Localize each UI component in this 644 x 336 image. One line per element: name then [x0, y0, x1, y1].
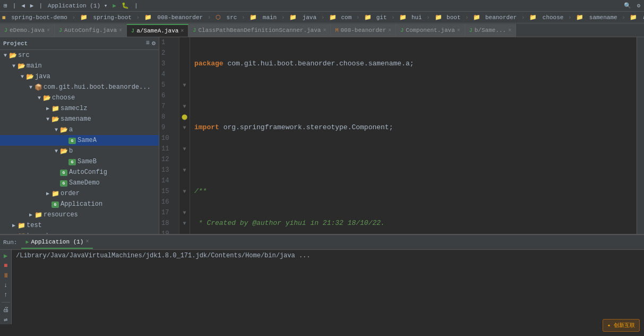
gutter-7[interactable]: ▼: [179, 101, 190, 112]
ln10: 10: [161, 133, 169, 144]
run-body: ▶ ■ ⏸ ↓ ↑ 🖨 ⇌ /Library/Java/JavaVirtualM…: [0, 250, 644, 324]
print-btn[interactable]: 🖨: [2, 306, 10, 314]
gutter-5[interactable]: ▼: [179, 80, 190, 90]
toolbar-run[interactable]: ▶: [111, 2, 118, 10]
tree-order-label: order: [61, 190, 80, 197]
tree-order[interactable]: ▶ 📁 order: [0, 188, 159, 199]
tab-edemo-close[interactable]: ×: [47, 28, 50, 33]
bc-sep-12: ›: [619, 14, 629, 21]
tree-folder-b[interactable]: ▼ 📂 b: [0, 146, 159, 156]
tab-samea-close[interactable]: ×: [181, 28, 184, 34]
run-btn[interactable]: ▶: [2, 252, 10, 260]
code-editor[interactable]: 1 2 3 4 5 6 7: [159, 37, 637, 234]
fold-13-arrow: ▼: [183, 167, 186, 173]
gutter-9[interactable]: ▼: [179, 122, 190, 133]
tree-choose[interactable]: ▼ 📂 choose: [0, 93, 159, 103]
tree-SameDemo[interactable]: G SameDemo: [0, 178, 159, 188]
tree-SameA[interactable]: G SameA: [0, 135, 159, 146]
bc-choose[interactable]: 📁 choose: [529, 14, 563, 21]
bc-project[interactable]: ◼ spring-boot-demo: [2, 14, 67, 21]
toolbar-settings[interactable]: ⚙: [635, 2, 642, 10]
toolbar-debug[interactable]: 🐛: [120, 2, 131, 10]
bc-9[interactable]: 📁 boot: [435, 14, 461, 21]
bc-sep-8: ›: [423, 14, 434, 21]
bc-5[interactable]: 📁 java: [289, 14, 316, 21]
tab-samea[interactable]: J a/SameA.java ×: [127, 24, 188, 37]
tab-classpathscanner[interactable]: J ClassPathBeanDefinitionScanner.java ×: [188, 24, 331, 37]
fold-7-arrow: ▼: [183, 104, 186, 110]
tab-008beanorder[interactable]: M 008-beanorder ×: [331, 24, 396, 37]
toolbar-search[interactable]: 🔍: [622, 2, 633, 10]
tree-com[interactable]: ▼ 📦 com.git.hui.boot.beanorde...: [0, 82, 159, 93]
tree-sameclz-icon: 📁: [51, 105, 59, 113]
gutter-16: [179, 197, 190, 207]
tree-java[interactable]: ▼ 📂 java: [0, 71, 159, 82]
stop-btn[interactable]: ■: [2, 262, 10, 270]
bc-sep-10: ›: [518, 14, 528, 21]
tree-AutoConfig[interactable]: G AutoConfig: [0, 167, 159, 178]
tab-autoconfig[interactable]: J AutoConfig.java ×: [55, 24, 127, 37]
code-content[interactable]: package com.git.hui.boot.beanorder.choos…: [190, 37, 637, 234]
tree-target[interactable]: ▶ 📁 target: [0, 231, 159, 234]
toolbar-nav-fwd[interactable]: ▶: [29, 2, 36, 10]
sidebar-collapse-btn[interactable]: ≡: [146, 39, 150, 47]
gutter-13[interactable]: ▼: [179, 165, 190, 175]
tab-bsame-close[interactable]: ×: [508, 28, 511, 33]
gutter-11[interactable]: ▼: [179, 144, 190, 154]
ln13: 13: [161, 165, 169, 175]
tree-Application[interactable]: G Application: [0, 199, 159, 209]
bc-a[interactable]: 📁 a: [630, 14, 644, 21]
tab-bsame[interactable]: J b/Same... ×: [465, 24, 516, 37]
scroll-up-btn[interactable]: ↑: [2, 291, 10, 299]
scroll-down-btn[interactable]: ↓: [2, 282, 10, 289]
toolbar-sep: |: [11, 2, 18, 10]
bc-6[interactable]: 📁 com: [329, 14, 351, 21]
tree-autoconfig-classicon: G: [59, 169, 68, 176]
tree-java-label: java: [35, 73, 50, 80]
gutter-18[interactable]: ▼: [179, 218, 190, 229]
tab-classpathscanner-close[interactable]: ×: [323, 28, 326, 33]
tab-autoconfig-close[interactable]: ×: [119, 28, 122, 33]
tree-samea-label: SameA: [78, 137, 97, 144]
run-tab-close[interactable]: ×: [85, 239, 89, 245]
bc-sep-9: ›: [462, 14, 473, 21]
gutter-17[interactable]: ▼: [179, 207, 190, 218]
tree-folder-a[interactable]: ▼ 📂 a: [0, 124, 159, 135]
tab-component-close[interactable]: ×: [457, 28, 460, 33]
tree-resources[interactable]: ▶ 📁 resources: [0, 209, 159, 220]
main-layout: Project ≡ ⚙ ▼ 📂 src ▼ 📂 main ▼ 📂 java ▼ …: [0, 37, 644, 234]
toolbar-nav-back[interactable]: ◀: [20, 2, 27, 10]
tree-main[interactable]: ▼ 📂 main: [0, 61, 159, 71]
tab-008beanorder-close[interactable]: ×: [388, 28, 391, 33]
tree-a-arrow: ▼: [53, 127, 59, 133]
tab-component[interactable]: J Component.java ×: [396, 24, 465, 37]
wrap-btn[interactable]: ⇌: [2, 316, 10, 324]
bc-8[interactable]: 📁 hui: [399, 14, 422, 21]
tree-samename-arrow: ▼: [45, 116, 51, 122]
bc-10[interactable]: 📁 beanorder: [473, 14, 517, 21]
tree-samename[interactable]: ▼ 📂 samename: [0, 114, 159, 124]
bc-samename[interactable]: 📁 samename: [576, 14, 617, 21]
tree-test-label: test: [27, 222, 42, 229]
run-tab-app[interactable]: ▶ Application (1) ×: [21, 236, 93, 249]
app-title[interactable]: Application (1) ▾: [46, 2, 109, 10]
tree-SameB[interactable]: G SameB: [0, 156, 159, 167]
line-num-1: 1: [161, 37, 175, 48]
tree-sameclz[interactable]: ▶ 📁 sameclz: [0, 103, 159, 114]
bc-3[interactable]: ⬡ src: [216, 14, 237, 21]
sidebar-gear-btn[interactable]: ⚙: [152, 39, 156, 47]
tree-test[interactable]: ▶ 📁 test: [0, 220, 159, 231]
bc-4[interactable]: 📁 main: [250, 14, 277, 21]
bc-7[interactable]: 📁 git: [364, 14, 387, 21]
bc-2[interactable]: 📁 008-beanorder: [144, 14, 203, 21]
run-content: /Library/Java/JavaVirtualMachines/jdk1.8…: [12, 250, 644, 324]
tree-src[interactable]: ▼ 📂 src: [0, 50, 159, 61]
pause-btn[interactable]: ⏸: [2, 272, 10, 280]
right-scrollbar[interactable]: [637, 37, 644, 234]
tree-app-label: Application: [61, 200, 102, 208]
sidebar-header: Project ≡ ⚙: [0, 37, 159, 50]
tab-edemo[interactable]: J eDemo.java ×: [0, 24, 55, 37]
line-numbers: 1 2 3 4 5 6 7: [159, 37, 179, 234]
bc-1[interactable]: 📁 spring-boot: [80, 14, 132, 21]
gutter-15[interactable]: ▼: [179, 186, 190, 197]
